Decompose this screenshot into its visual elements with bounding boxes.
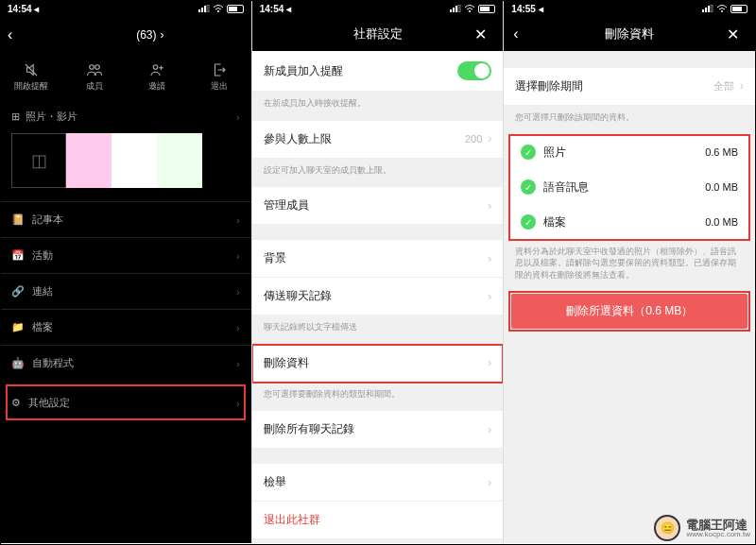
chevron-right-icon: › xyxy=(161,28,164,42)
back-button[interactable]: ‹ xyxy=(8,26,26,43)
menu-label: 自動程式 xyxy=(32,356,74,370)
chevron-right-icon: › xyxy=(488,132,491,145)
row-description: 在新成員加入時接收提醒。 xyxy=(252,92,504,121)
action-members[interactable]: 成員 xyxy=(62,53,125,100)
check-icon[interactable]: ✓ xyxy=(521,179,536,195)
menu-label: 其他設定 xyxy=(28,396,70,410)
menu-icon: 📁 xyxy=(11,321,25,333)
svg-point-7 xyxy=(94,64,99,69)
menu-icon: 🤖 xyxy=(11,357,25,369)
menu-item[interactable]: ⚙其他設定› xyxy=(6,384,246,420)
menu-item[interactable]: 🔗連結› xyxy=(0,273,251,309)
watermark: 😑 電腦王阿達 www.kocpc.com.tw xyxy=(654,515,750,541)
svg-rect-12 xyxy=(453,8,455,12)
settings-row[interactable]: 傳送聊天記錄› xyxy=(252,278,504,315)
menu-item[interactable]: 📔記事本› xyxy=(0,201,251,237)
chevron-right-icon: › xyxy=(236,214,240,226)
svg-rect-2 xyxy=(204,6,206,12)
settings-row[interactable]: 背景› xyxy=(252,240,504,278)
svg-rect-13 xyxy=(455,6,457,12)
redacted-name xyxy=(87,30,132,40)
expand-icon: ⊞ xyxy=(11,111,20,123)
chevron-right-icon: › xyxy=(236,398,240,409)
chevron-right-icon: › xyxy=(236,111,240,123)
svg-rect-17 xyxy=(705,8,707,12)
screen-group-settings: 14:54 ◂ 社群設定 ✕ 新成員加入提醒在新成員加入時接收提醒。參與人數上限… xyxy=(252,0,505,543)
settings-row[interactable]: 管理成員› xyxy=(252,187,504,225)
menu-item[interactable]: 🤖自動程式› xyxy=(0,345,251,381)
settings-row[interactable]: 刪除資料› xyxy=(252,345,504,383)
row-label: 背景 xyxy=(264,250,286,266)
svg-rect-1 xyxy=(201,8,203,12)
status-bar: 14:55 ◂ xyxy=(504,0,755,17)
thumbnail[interactable] xyxy=(66,133,112,188)
svg-point-20 xyxy=(721,10,723,12)
nav-bar: 社群設定 ✕ xyxy=(252,17,504,51)
chevron-right-icon: › xyxy=(236,322,240,333)
period-row[interactable]: 選擇刪除期間 全部› xyxy=(504,68,755,106)
data-type-row[interactable]: ✓照片0.6 MB xyxy=(509,135,749,170)
close-button[interactable]: ✕ xyxy=(727,26,746,43)
close-button[interactable]: ✕ xyxy=(474,26,493,43)
svg-point-15 xyxy=(469,10,471,12)
row-description: 您可選擇要刪除資料的類型和期間。 xyxy=(252,383,504,412)
data-size: 0.0 MB xyxy=(705,216,738,228)
menu-item[interactable]: 📅活動› xyxy=(0,237,251,273)
toggle-switch[interactable] xyxy=(457,61,491,80)
delete-button-highlight: 刪除所選資料（0.6 MB） xyxy=(509,292,749,331)
chevron-right-icon: › xyxy=(236,286,240,298)
row-label: 傳送聊天記錄 xyxy=(264,288,332,304)
row-label: 檢舉 xyxy=(264,474,286,490)
svg-point-4 xyxy=(217,10,219,12)
photo-thumbnails[interactable]: ◫ xyxy=(0,133,251,188)
menu-label: 活動 xyxy=(32,248,53,263)
delete-selected-button[interactable]: 刪除所選資料（0.6 MB） xyxy=(511,294,747,329)
chevron-right-icon: › xyxy=(488,199,491,213)
screen-delete-data: 14:55 ◂ ‹ 刪除資料 ✕ 選擇刪除期間 全部› 您可選擇只刪除該期間的資… xyxy=(504,0,756,543)
chevron-right-icon: › xyxy=(740,79,744,93)
nav-title: 刪除資料 xyxy=(532,26,727,43)
data-type-row[interactable]: ✓檔案0.0 MB xyxy=(509,205,749,240)
svg-rect-19 xyxy=(711,5,713,12)
nav-bar: ‹ (63) › xyxy=(0,17,251,53)
settings-row[interactable]: 檢舉› xyxy=(252,464,504,502)
thumbnail[interactable] xyxy=(112,133,157,188)
menu-icon: 📔 xyxy=(11,213,25,226)
menu-item[interactable]: 📁檔案› xyxy=(0,309,251,345)
photos-header[interactable]: ⊞ 照片・影片 › xyxy=(0,100,251,133)
add-photo-button[interactable]: ◫ xyxy=(11,133,66,188)
battery-icon xyxy=(730,5,747,13)
invite-icon xyxy=(148,61,165,78)
data-size: 0.0 MB xyxy=(705,181,738,193)
settings-row[interactable]: 參與人數上限200› xyxy=(252,121,504,159)
data-desc: 資料分為於此聊天室中收發過的照片（相簿除外）、語音訊息以及檔案。請解除勾選您要保… xyxy=(504,240,755,293)
svg-rect-3 xyxy=(207,5,209,12)
row-label: 退出此社群 xyxy=(264,512,320,528)
data-label: 照片 xyxy=(543,145,566,161)
thumbnail[interactable] xyxy=(157,133,202,188)
menu-label: 連結 xyxy=(32,284,53,298)
data-type-row[interactable]: ✓語音訊息0.0 MB xyxy=(509,170,749,205)
menu-icon: 🔗 xyxy=(11,285,25,298)
settings-list[interactable]: 新成員加入提醒在新成員加入時接收提醒。參與人數上限200›設定可加入聊天室的成員… xyxy=(252,51,504,543)
check-icon[interactable]: ✓ xyxy=(521,214,536,230)
action-notify[interactable]: 開啟提醒 xyxy=(0,53,62,100)
nav-title: 社群設定 xyxy=(281,26,475,43)
member-count: (63) xyxy=(136,28,156,42)
data-type-group: ✓照片0.6 MB✓語音訊息0.0 MB✓檔案0.0 MB xyxy=(509,135,749,240)
status-time: 14:54 ◂ xyxy=(260,4,291,14)
menu-icon: 📅 xyxy=(11,249,25,262)
back-button[interactable]: ‹ xyxy=(513,26,532,43)
row-description: 聊天記錄將以文字檔傳送 xyxy=(252,315,504,345)
settings-row[interactable]: 刪除所有聊天記錄› xyxy=(252,411,504,449)
action-invite[interactable]: 邀請 xyxy=(126,53,188,100)
data-size: 0.6 MB xyxy=(705,146,738,158)
chevron-right-icon: › xyxy=(236,250,240,262)
check-icon[interactable]: ✓ xyxy=(521,145,536,160)
settings-row[interactable]: 新成員加入提醒 xyxy=(252,51,504,92)
svg-rect-0 xyxy=(198,9,200,12)
action-leave[interactable]: 退出 xyxy=(188,53,250,100)
settings-row[interactable]: 退出此社群 xyxy=(252,502,504,539)
battery-icon xyxy=(478,5,495,13)
chevron-right-icon: › xyxy=(488,290,491,303)
